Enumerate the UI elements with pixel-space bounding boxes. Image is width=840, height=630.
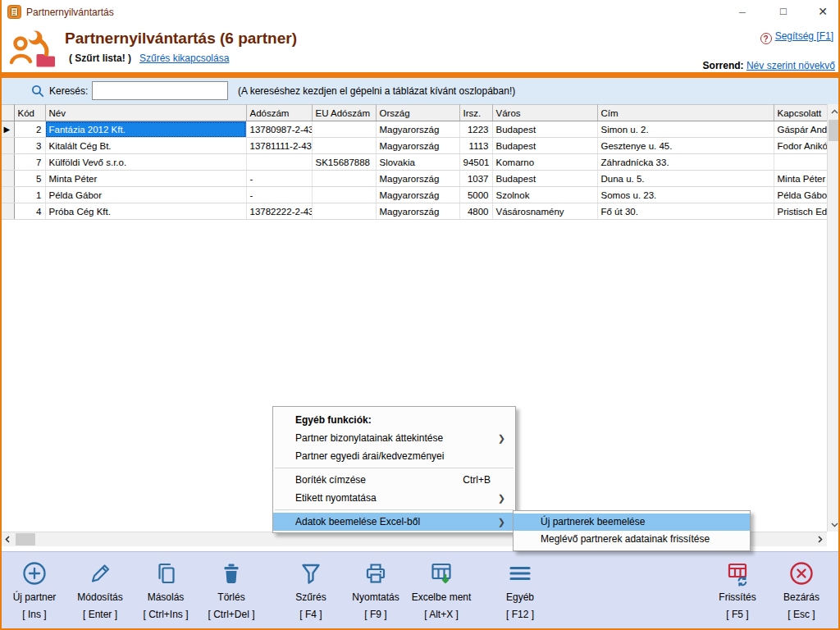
- cell-orszag[interactable]: Slovakia: [376, 154, 459, 171]
- column-header-orszag[interactable]: Ország: [376, 105, 459, 121]
- cell-nev[interactable]: Próba Cég Kft.: [45, 203, 246, 220]
- column-header-nev[interactable]: Név: [45, 105, 246, 121]
- cell-irsz[interactable]: 5000: [459, 187, 492, 203]
- column-header-cim[interactable]: Cím: [597, 105, 774, 121]
- search-input[interactable]: [92, 81, 228, 100]
- cell-cim[interactable]: Simon u. 2.: [597, 121, 774, 138]
- cell-cim[interactable]: Somos u. 23.: [597, 187, 774, 203]
- column-header-eu-adoszam[interactable]: EU Adószám: [312, 105, 376, 121]
- scroll-left-button[interactable]: [0, 532, 14, 546]
- cell-irsz[interactable]: 1113: [459, 138, 492, 154]
- cell-varos[interactable]: Vásárosnamény: [492, 203, 597, 220]
- refresh-button[interactable]: Frissítés [ F5 ]: [703, 559, 772, 628]
- cell-eu-adoszam[interactable]: [312, 187, 376, 203]
- cell-varos[interactable]: Komarno: [492, 154, 597, 171]
- cell-varos[interactable]: Szolnok: [492, 187, 597, 203]
- column-header-varos[interactable]: Város: [492, 105, 597, 121]
- cell-nev[interactable]: Külföldi Vevő s.r.o.: [45, 154, 246, 171]
- cell-kapcsolattarto[interactable]: Gáspár Andr: [774, 121, 827, 138]
- cell-irsz[interactable]: 94501: [459, 154, 492, 171]
- sort-order-link[interactable]: Név szerint növekvő: [746, 60, 835, 71]
- table-row[interactable]: 3 Kitalált Cég Bt. 13781111-2-43 Magyaro…: [0, 138, 827, 154]
- cell-kapcsolattarto[interactable]: Példa Gábor: [774, 187, 827, 203]
- table-row[interactable]: 4 Próba Cég Kft. 13782222-2-43 Magyarors…: [0, 203, 827, 220]
- vertical-scrollbar[interactable]: [827, 104, 840, 532]
- cell-kod[interactable]: 4: [14, 203, 45, 220]
- cell-cim[interactable]: Duna u. 5.: [597, 171, 774, 187]
- cell-kod[interactable]: 5: [14, 171, 45, 187]
- cell-adoszam[interactable]: 13780987-2-43: [246, 121, 312, 138]
- modify-button[interactable]: Módosítás [ Enter ]: [66, 559, 135, 628]
- cell-nev-selected[interactable]: Fantázia 2012 Kft.: [45, 121, 246, 138]
- cell-adoszam[interactable]: 13782222-2-43: [246, 203, 312, 220]
- submenu-item-uj-partnerek[interactable]: Új partnerek beemelése: [514, 514, 750, 531]
- menu-item-partner-bizonylatok[interactable]: Partner bizonylatainak áttekintése ❯: [273, 429, 515, 447]
- cell-kod[interactable]: 3: [14, 138, 45, 154]
- cell-cim[interactable]: Fő út 30.: [597, 203, 774, 220]
- maximize-button[interactable]: □: [769, 0, 797, 23]
- cell-orszag[interactable]: Magyarország: [376, 203, 459, 220]
- table-row[interactable]: 1 Példa Gábor - Magyarország 5000 Szolno…: [0, 187, 827, 203]
- filter-button[interactable]: Szűrés [ F4 ]: [276, 559, 345, 628]
- cell-kapcsolattarto[interactable]: [774, 154, 827, 171]
- cell-adoszam[interactable]: 13781111-2-43: [246, 138, 312, 154]
- column-header-kod[interactable]: Kód: [14, 105, 45, 121]
- menu-item-boritek-cimzese[interactable]: Boríték címzése Ctrl+B: [273, 471, 515, 489]
- cell-varos[interactable]: Budapest: [492, 171, 597, 187]
- cell-nev[interactable]: Példa Gábor: [45, 187, 246, 203]
- close-button[interactable]: ✕: [809, 0, 837, 23]
- table-row[interactable]: 5 Minta Péter - Magyarország 1037 Budape…: [0, 171, 827, 187]
- cell-adoszam[interactable]: [246, 154, 312, 171]
- cell-kapcsolattarto[interactable]: Fodor Anikó: [774, 138, 827, 154]
- scroll-up-button[interactable]: [828, 104, 840, 118]
- cell-orszag[interactable]: Magyarország: [376, 121, 459, 138]
- cell-nev[interactable]: Kitalált Cég Bt.: [45, 138, 246, 154]
- cell-orszag[interactable]: Magyarország: [376, 187, 459, 203]
- cell-eu-adoszam[interactable]: SK15687888: [312, 154, 376, 171]
- help-link-label[interactable]: Segítség [F1]: [775, 30, 833, 42]
- cell-irsz[interactable]: 1037: [459, 171, 492, 187]
- cell-kod[interactable]: 1: [14, 187, 45, 203]
- cell-kapcsolattarto[interactable]: Minta Péter: [774, 171, 827, 187]
- cell-kapcsolattarto[interactable]: Pristisch Edi: [774, 203, 827, 220]
- copy-button[interactable]: Másolás [ Ctrl+Ins ]: [131, 559, 200, 628]
- menu-item-adatok-beemelese-excel[interactable]: Adatok beemelése Excel-ből ❯: [273, 513, 515, 531]
- cell-orszag[interactable]: Magyarország: [376, 138, 459, 154]
- column-header-adoszam[interactable]: Adószám: [246, 105, 312, 121]
- other-functions-button[interactable]: Egyéb [ F12 ]: [486, 559, 555, 628]
- cell-eu-adoszam[interactable]: [312, 203, 376, 220]
- cell-cim[interactable]: Záhradnícka 33.: [597, 154, 774, 171]
- cell-varos[interactable]: Budapest: [492, 138, 597, 154]
- help-link[interactable]: ?Segítség [F1]: [760, 30, 833, 44]
- cell-eu-adoszam[interactable]: [312, 138, 376, 154]
- cell-eu-adoszam[interactable]: [312, 121, 376, 138]
- cell-irsz[interactable]: 1223: [459, 121, 492, 138]
- cell-kod[interactable]: 7: [14, 154, 45, 171]
- cell-varos[interactable]: Budapest: [492, 121, 597, 138]
- menu-item-egyedi-arak[interactable]: Partner egyedi árai/kedvezményei: [273, 447, 515, 465]
- cell-irsz[interactable]: 4800: [459, 203, 492, 220]
- column-header-irsz[interactable]: Irsz.: [459, 105, 492, 121]
- cell-adoszam[interactable]: -: [246, 171, 312, 187]
- cell-orszag[interactable]: Magyarország: [376, 171, 459, 187]
- vertical-scrollbar-thumb[interactable]: [829, 120, 839, 141]
- horizontal-scrollbar-thumb[interactable]: [16, 533, 35, 546]
- menu-item-etikett-nyomtatasa[interactable]: Etikett nyomtatása ❯: [273, 489, 515, 507]
- cell-nev[interactable]: Minta Péter: [45, 171, 246, 187]
- column-header-kapcsolattarto[interactable]: Kapcsolatt: [774, 105, 827, 121]
- scroll-down-button[interactable]: [828, 518, 840, 532]
- minimize-button[interactable]: –: [728, 0, 756, 23]
- new-partner-button[interactable]: Új partner [ Ins ]: [0, 559, 69, 628]
- close-app-button[interactable]: Bezárás [ Esc ]: [767, 559, 836, 628]
- print-button[interactable]: Nyomtatás [ F9 ]: [341, 559, 410, 628]
- table-row[interactable]: 7 Külföldi Vevő s.r.o. SK15687888 Slovak…: [0, 154, 827, 171]
- scroll-right-button[interactable]: [813, 532, 827, 546]
- cell-eu-adoszam[interactable]: [312, 171, 376, 187]
- submenu-item-meglevo-partnerek[interactable]: Meglévő partnerek adatainak frissítése: [514, 531, 750, 548]
- cell-adoszam[interactable]: -: [246, 187, 312, 203]
- cell-cim[interactable]: Gesztenye u. 45.: [597, 138, 774, 154]
- filter-off-link[interactable]: Szűrés kikapcsolása: [139, 52, 229, 64]
- delete-button[interactable]: Törlés [ Ctrl+Del ]: [197, 559, 266, 628]
- table-row[interactable]: ▶ 2 Fantázia 2012 Kft. 13780987-2-43 Mag…: [0, 121, 827, 138]
- cell-kod[interactable]: 2: [14, 121, 45, 138]
